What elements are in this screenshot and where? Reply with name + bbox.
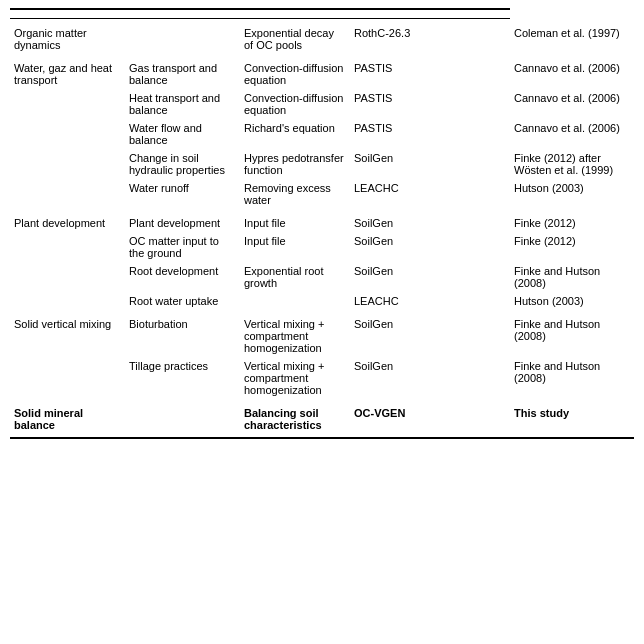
module-label-cell: Plant development [125, 209, 240, 232]
module-label-cell: Bioturbation [125, 310, 240, 357]
table-row: Solid mineral balanceBalancing soil char… [10, 399, 634, 438]
model-cell: PASTIS [350, 119, 510, 149]
reference-cell: Finke (2012) [510, 232, 634, 262]
model-cell: SoilGen [350, 357, 510, 399]
module-label-cell: OC matter input to the ground [125, 232, 240, 262]
module-label-cell: Change in soil hydraulic properties [125, 149, 240, 179]
module-cell: Vertical mixing + compartment homogeniza… [240, 357, 350, 399]
main-container: Organic matter dynamicsExponential decay… [0, 0, 644, 447]
col-header-process [10, 9, 125, 19]
process-table: Organic matter dynamicsExponential decay… [10, 8, 634, 439]
model-cell: OC-VGEN [350, 399, 510, 438]
module-cell [240, 292, 350, 310]
module-label-cell: Water flow and balance [125, 119, 240, 149]
model-cell: SoilGen [350, 232, 510, 262]
model-cell: SoilGen [350, 149, 510, 179]
module-cell: Richard's equation [240, 119, 350, 149]
table-row: Solid vertical mixingBioturbationVertica… [10, 310, 634, 357]
model-cell: LEACHC [350, 179, 510, 209]
module-label-cell: Root water uptake [125, 292, 240, 310]
module-cell: Convection-diffusion equation [240, 89, 350, 119]
reference-cell: Finke and Hutson (2008) [510, 262, 634, 292]
module-label-cell: Heat transport and balance [125, 89, 240, 119]
reference-cell: Cannavo et al. (2006) [510, 89, 634, 119]
reference-cell: Finke and Hutson (2008) [510, 357, 634, 399]
process-cell: Solid mineral balance [10, 399, 125, 438]
module-cell: Input file [240, 232, 350, 262]
model-cell: LEACHC [350, 292, 510, 310]
model-cell: SoilGen [350, 209, 510, 232]
reference-cell: Coleman et al. (1997) [510, 19, 634, 55]
module-cell: Input file [240, 209, 350, 232]
module-label-cell: Water runoff [125, 179, 240, 209]
reference-cell: Hutson (2003) [510, 292, 634, 310]
module-cell: Exponential decay of OC pools [240, 19, 350, 55]
module-cell: Vertical mixing + compartment homogeniza… [240, 310, 350, 357]
module-cell: Hypres pedotransfer function [240, 149, 350, 179]
module-label-cell [125, 19, 240, 55]
module-cell: Convection-diffusion equation [240, 54, 350, 89]
table-row: Water, gaz and heat transportGas transpo… [10, 54, 634, 89]
model-cell: SoilGen [350, 310, 510, 357]
model-cell: PASTIS [350, 54, 510, 89]
table-row: Plant developmentPlant developmentInput … [10, 209, 634, 232]
module-label-cell: Tillage practices [125, 357, 240, 399]
col-header-reference [350, 9, 510, 19]
reference-cell: Cannavo et al. (2006) [510, 119, 634, 149]
reference-cell: Hutson (2003) [510, 179, 634, 209]
model-cell: PASTIS [350, 89, 510, 119]
reference-cell: Finke (2012) [510, 209, 634, 232]
module-label-cell: Gas transport and balance [125, 54, 240, 89]
table-row: Organic matter dynamicsExponential decay… [10, 19, 634, 55]
model-cell: RothC-26.3 [350, 19, 510, 55]
module-label-cell [125, 399, 240, 438]
module-cell: Balancing soil characteristics [240, 399, 350, 438]
col-header-model [240, 9, 350, 19]
header-row [10, 9, 634, 19]
reference-cell: Finke (2012) after Wösten et al. (1999) [510, 149, 634, 179]
module-label-cell: Root development [125, 262, 240, 292]
module-cell: Exponential root growth [240, 262, 350, 292]
process-cell: Solid vertical mixing [10, 310, 125, 399]
process-cell: Plant development [10, 209, 125, 310]
process-cell: Organic matter dynamics [10, 19, 125, 55]
reference-cell: This study [510, 399, 634, 438]
process-cell: Water, gaz and heat transport [10, 54, 125, 209]
module-cell: Removing excess water [240, 179, 350, 209]
col-header-module [125, 9, 240, 19]
reference-cell: Cannavo et al. (2006) [510, 54, 634, 89]
model-cell: SoilGen [350, 262, 510, 292]
reference-cell: Finke and Hutson (2008) [510, 310, 634, 357]
